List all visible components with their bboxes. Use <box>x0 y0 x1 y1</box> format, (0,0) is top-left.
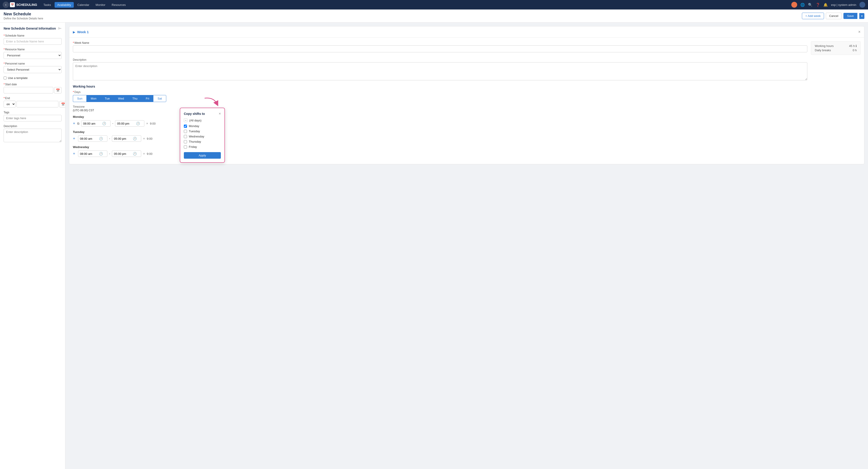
notifications-icon[interactable]: 🔔 <box>823 3 828 7</box>
copy-popup-item-monday: Monday <box>184 124 221 128</box>
resource-name-group: *Resource Name Personnel <box>4 48 62 59</box>
back-button[interactable]: ‹ <box>3 2 9 8</box>
globe-icon[interactable]: 🌐 <box>800 3 805 7</box>
sidebar-collapse-button[interactable]: ⊢ <box>58 26 62 30</box>
schedule-name-input[interactable] <box>4 38 62 45</box>
wednesday-start-time-input[interactable] <box>80 152 98 155</box>
tuesday-delete-shift-button[interactable]: × <box>143 137 145 140</box>
tuesday-start-time: 🕐 <box>78 136 107 142</box>
working-hours-label: Working hours <box>815 44 834 48</box>
sidebar-description-textarea[interactable] <box>4 129 62 142</box>
week-description-textarea[interactable] <box>73 62 807 80</box>
help-icon[interactable]: ❓ <box>816 3 820 7</box>
nav-calendar[interactable]: Calendar <box>75 2 92 8</box>
wednesday-end-time: 🕐 <box>112 150 141 157</box>
week-body: *Week Name Week 1 Description Working ho… <box>69 38 864 164</box>
copy-popup-close-button[interactable]: × <box>219 112 221 116</box>
wednesday-start-clock-icon: 🕐 <box>99 152 103 155</box>
end-date-row: on 03/27/2024 📅 <box>4 101 62 108</box>
resource-name-select[interactable]: Personnel <box>4 52 62 59</box>
copy-friday-checkbox[interactable] <box>184 145 187 148</box>
all-days-minus-icon[interactable]: − <box>184 118 187 122</box>
nav-monitor[interactable]: Monitor <box>93 2 108 8</box>
monday-delete-shift-button[interactable]: × <box>146 122 148 125</box>
resource-name-label: *Resource Name <box>4 48 62 51</box>
week-main-fields: *Week Name Week 1 Description <box>73 41 807 81</box>
monday-end-time-input[interactable] <box>117 122 135 125</box>
end-date-input[interactable]: 03/27/2024 <box>17 101 58 108</box>
day-btn-fri[interactable]: Fri <box>142 95 153 102</box>
copy-tuesday-label: Tuesday <box>189 129 200 133</box>
nav-availability[interactable]: Availability <box>55 2 74 8</box>
start-date-input[interactable]: 02/27/2024 <box>4 87 53 93</box>
working-hours-row: Working hours 45 h ℹ <box>815 44 857 48</box>
search-icon[interactable]: 🔍 <box>808 3 812 7</box>
main-content: ▶ Week 1 × *Week Name Week 1 <box>65 23 868 469</box>
end-label: *End <box>4 97 62 100</box>
tags-group: Tags <box>4 111 62 121</box>
copy-monday-checkbox[interactable] <box>184 125 187 128</box>
tuesday-start-time-input[interactable] <box>80 137 98 140</box>
tuesday-time-separator: - <box>109 137 110 140</box>
week-close-button[interactable]: × <box>858 30 861 34</box>
sidebar: New Schedule General Information ⊢ *Sche… <box>0 23 65 469</box>
tuesday-start-clock-icon: 🕐 <box>99 137 103 140</box>
monday-copy-shift-button[interactable]: ⧉ <box>77 122 80 125</box>
copy-popup-item-friday: Friday <box>184 145 221 148</box>
end-date-calendar-icon[interactable]: 📅 <box>59 101 65 108</box>
working-hours-section-title: Working hours <box>73 85 861 88</box>
page-header-actions: + Add week Cancel Save ▾ <box>802 12 864 19</box>
tuesday-end-time-input[interactable] <box>114 137 132 140</box>
day-btn-sat[interactable]: Sat <box>153 95 166 102</box>
copy-popup-all-days-item: − (All days) <box>184 118 221 122</box>
sidebar-title-text: New Schedule General Information <box>4 27 56 30</box>
tags-input[interactable] <box>4 115 62 121</box>
wednesday-end-time-input[interactable] <box>114 152 132 155</box>
personnel-name-select[interactable]: Select Personnel <box>4 66 62 73</box>
copy-tuesday-checkbox[interactable] <box>184 130 187 133</box>
wednesday-delete-shift-button[interactable]: × <box>143 152 145 155</box>
day-btn-sun[interactable]: Sun <box>73 95 86 102</box>
nav-resources[interactable]: Resources <box>109 2 128 8</box>
wednesday-add-shift-button[interactable]: + <box>73 151 75 156</box>
page-header: New Schedule Define the Schedule Details… <box>0 9 868 23</box>
end-on-select[interactable]: on <box>4 101 16 108</box>
end-date-group: *End on 03/27/2024 📅 <box>4 97 62 108</box>
copy-arrow-annotation <box>202 96 220 107</box>
day-btn-tue[interactable]: Tue <box>100 95 114 102</box>
monday-add-shift-button[interactable]: + <box>73 121 75 126</box>
day-btn-mon[interactable]: Mon <box>86 95 100 102</box>
start-date-calendar-icon[interactable]: 📅 <box>54 87 62 93</box>
add-week-button[interactable]: + Add week <box>802 12 824 19</box>
schedule-name-label: *Schedule Name <box>4 34 62 37</box>
copy-wednesday-checkbox[interactable] <box>184 135 187 138</box>
daily-breaks-row: Daily breaks 0 h <box>815 49 857 52</box>
copy-wednesday-label: Wednesday <box>189 135 204 138</box>
user-avatar[interactable] <box>860 2 865 8</box>
copy-thursday-label: Thursday <box>189 140 201 143</box>
app-logo-icon: 📅 <box>10 2 15 7</box>
monday-start-clock-icon: 🕐 <box>102 122 106 125</box>
copy-popup-item-thursday: Thursday <box>184 140 221 143</box>
top-navigation: ‹ 📅 SCHEDULING Tasks Availability Calend… <box>0 0 868 9</box>
monday-start-time-input[interactable] <box>83 122 101 125</box>
wednesday-start-time: 🕐 <box>78 150 107 157</box>
use-template-checkbox[interactable] <box>4 77 6 80</box>
tuesday-end-clock-icon: 🕐 <box>133 137 137 140</box>
week-name-input[interactable]: Week 1 <box>73 46 807 52</box>
save-button[interactable]: Save <box>843 13 858 19</box>
all-days-label: (All days) <box>189 119 202 122</box>
cancel-button[interactable]: Cancel <box>826 12 842 19</box>
copy-shifts-apply-button[interactable]: Apply <box>184 152 221 159</box>
save-dropdown-button[interactable]: ▾ <box>859 13 864 19</box>
monday-end-clock-icon: 🕐 <box>136 122 140 125</box>
week-chevron-icon[interactable]: ▶ <box>73 30 75 34</box>
copy-thursday-checkbox[interactable] <box>184 140 187 143</box>
use-template-label: Use a template <box>8 76 28 80</box>
day-btn-thu[interactable]: Thu <box>128 95 142 102</box>
monday-start-time: 🕐 <box>81 120 111 127</box>
nav-tasks[interactable]: Tasks <box>41 2 54 8</box>
tuesday-add-shift-button[interactable]: + <box>73 136 75 141</box>
day-btn-wed[interactable]: Wed <box>114 95 128 102</box>
monday-end-time: 🕐 <box>115 120 144 127</box>
